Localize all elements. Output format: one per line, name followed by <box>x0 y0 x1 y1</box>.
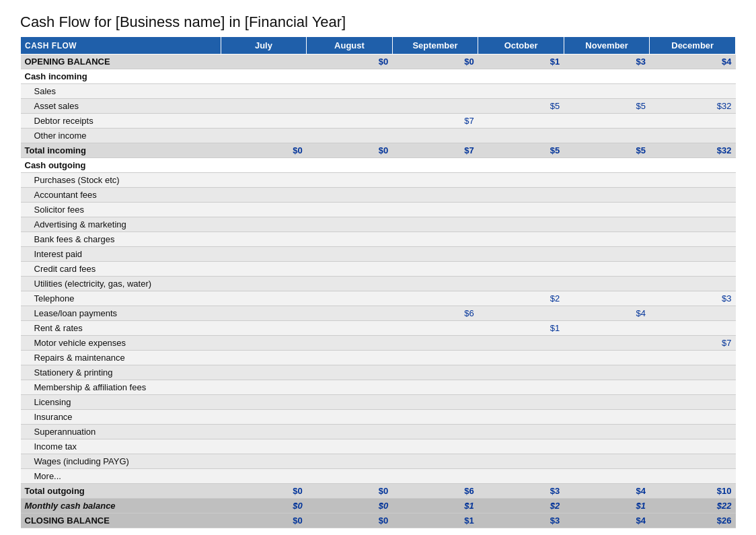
row-cell <box>564 217 650 232</box>
row-cell <box>392 173 478 188</box>
table-row: Advertising & marketing <box>21 217 736 232</box>
row-cell: $3 <box>564 55 650 69</box>
row-cell <box>392 439 478 454</box>
row-cell: $0 <box>221 499 307 513</box>
row-cell: $7 <box>392 114 478 129</box>
row-cell <box>307 277 393 291</box>
row-cell: $0 <box>221 513 307 528</box>
row-cell <box>221 232 307 247</box>
row-cell <box>564 129 650 143</box>
row-cell <box>392 454 478 469</box>
row-cell <box>221 262 307 277</box>
row-cell <box>564 336 650 351</box>
row-cell <box>478 129 564 143</box>
row-cell <box>307 380 393 395</box>
row-cell <box>307 232 393 247</box>
row-cell <box>221 188 307 203</box>
row-cell <box>478 188 564 203</box>
col-header-december: December <box>650 37 736 55</box>
row-cell <box>392 425 478 439</box>
row-cell: $4 <box>564 484 650 499</box>
row-cell <box>478 203 564 217</box>
row-label: Superannuation <box>21 425 221 439</box>
row-cell <box>564 69 650 84</box>
row-cell <box>221 158 307 173</box>
row-cell: $1 <box>392 513 478 528</box>
table-row: CLOSING BALANCE$0$0$1$3$4$26 <box>21 513 736 528</box>
row-cell <box>307 351 393 365</box>
row-cell <box>478 173 564 188</box>
row-cell <box>307 454 393 469</box>
row-cell <box>307 306 393 321</box>
row-cell <box>307 410 393 425</box>
col-header-november: November <box>564 37 650 55</box>
row-cell <box>221 99 307 114</box>
table-row: Total outgoing$0$0$6$3$4$10 <box>21 484 736 499</box>
table-row: Sales <box>21 84 736 99</box>
row-label: Advertising & marketing <box>21 217 221 232</box>
row-cell <box>221 395 307 410</box>
table-row: Superannuation <box>21 425 736 439</box>
col-header-july: July <box>221 37 307 55</box>
row-cell <box>392 336 478 351</box>
row-cell: $6 <box>392 306 478 321</box>
row-cell <box>650 217 736 232</box>
row-cell: $2 <box>478 499 564 513</box>
row-cell <box>307 439 393 454</box>
row-cell: $7 <box>392 143 478 158</box>
row-cell <box>650 425 736 439</box>
row-cell <box>564 425 650 439</box>
row-cell <box>392 217 478 232</box>
col-header-september: September <box>392 37 478 55</box>
row-cell <box>307 114 393 129</box>
row-cell <box>307 217 393 232</box>
table-row: Monthly cash balance$0$0$1$2$1$22 <box>21 499 736 513</box>
table-row: Membership & affiliation fees <box>21 380 736 395</box>
row-label: Interest paid <box>21 247 221 262</box>
row-cell: $1 <box>478 55 564 69</box>
row-cell: $1 <box>478 321 564 336</box>
row-cell: $2 <box>478 291 564 306</box>
row-cell <box>392 277 478 291</box>
row-cell <box>564 321 650 336</box>
row-cell: $0 <box>307 55 393 69</box>
row-cell <box>478 158 564 173</box>
row-cell <box>221 84 307 99</box>
table-row: Debtor receipts$7 <box>21 114 736 129</box>
row-cell <box>478 114 564 129</box>
row-cell <box>478 439 564 454</box>
row-cell <box>650 158 736 173</box>
row-label: Stationery & printing <box>21 365 221 380</box>
row-cell <box>650 439 736 454</box>
row-cell <box>478 410 564 425</box>
row-cell <box>478 262 564 277</box>
table-row: Interest paid <box>21 247 736 262</box>
table-row: Other income <box>21 129 736 143</box>
row-cell <box>221 469 307 484</box>
row-label: Membership & affiliation fees <box>21 380 221 395</box>
row-cell <box>221 247 307 262</box>
row-cell <box>650 69 736 84</box>
row-cell <box>392 380 478 395</box>
row-cell <box>478 217 564 232</box>
col-header-october: October <box>478 37 564 55</box>
row-cell <box>221 291 307 306</box>
row-cell <box>478 454 564 469</box>
row-label: Telephone <box>21 291 221 306</box>
row-cell <box>564 439 650 454</box>
row-cell: $0 <box>392 55 478 69</box>
row-cell: $26 <box>650 513 736 528</box>
row-cell <box>478 247 564 262</box>
row-label: Credit card fees <box>21 262 221 277</box>
row-label: Sales <box>21 84 221 99</box>
row-label: CLOSING BALANCE <box>21 513 221 528</box>
table-row: Stationery & printing <box>21 365 736 380</box>
row-cell <box>221 410 307 425</box>
row-cell <box>564 365 650 380</box>
table-row: OPENING BALANCE$0$0$1$3$4 <box>21 55 736 69</box>
row-cell: $4 <box>564 513 650 528</box>
row-cell <box>478 395 564 410</box>
table-row: Repairs & maintenance <box>21 351 736 365</box>
row-cell <box>392 291 478 306</box>
row-cell: $32 <box>650 143 736 158</box>
